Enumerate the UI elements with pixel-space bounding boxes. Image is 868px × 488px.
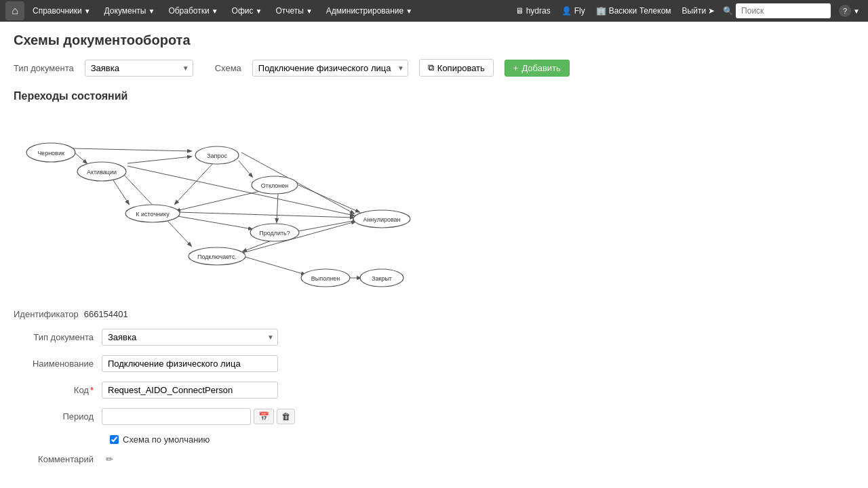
nav-item-ofis[interactable]: Офис ▼ xyxy=(226,0,268,22)
search-input[interactable] xyxy=(736,3,831,18)
page-content: Схемы документооборота Тип документа Зая… xyxy=(0,22,868,485)
copy-icon: ⧉ xyxy=(428,62,434,73)
default-schema-row: Схема по умолчанию xyxy=(14,434,854,445)
fly-label: Fly xyxy=(574,6,585,16)
company-link[interactable]: 🏢 Васюки Телеком xyxy=(593,6,674,16)
svg-text:Подключаетс.: Подключаетс. xyxy=(197,253,237,260)
home-button[interactable]: ⌂ xyxy=(5,1,24,20)
state-graph: Черновик Активации Запрос Отклонен К ист… xyxy=(14,110,434,296)
user-icon: 👤 xyxy=(561,6,572,16)
svg-line-10 xyxy=(298,185,359,212)
form-code-input[interactable] xyxy=(102,382,278,399)
graph-svg: Черновик Активации Запрос Отклонен К ист… xyxy=(14,110,434,293)
nav-label-administrirovanie: Администрирование xyxy=(326,6,403,16)
nav-item-spravochniki[interactable]: Справочники ▼ xyxy=(27,0,96,22)
hydras-link[interactable]: 🖥 hydras xyxy=(513,6,553,16)
svg-text:Выполнен: Выполнен xyxy=(311,275,340,282)
doc-type-label: Тип документа xyxy=(14,63,74,73)
svg-line-13 xyxy=(178,212,354,218)
nav-label-obrabotki: Обработки xyxy=(168,6,209,16)
exit-button[interactable]: Выйти ➤ xyxy=(679,6,718,16)
help-button[interactable]: ? ▼ xyxy=(836,5,863,17)
nav-label-dokumenty: Документы xyxy=(104,6,146,16)
chevron-down-icon: ▼ xyxy=(148,7,155,15)
id-value: 666154401 xyxy=(84,309,128,319)
schema-select-wrap: Подключение физического лица ▼ xyxy=(252,60,408,77)
form-period-row: Период 📅 🗑 xyxy=(14,408,854,425)
exit-label: Выйти xyxy=(682,6,707,16)
svg-text:Черновик: Черновик xyxy=(37,150,64,157)
svg-text:Отклонен: Отклонен xyxy=(261,182,288,189)
default-schema-checkbox[interactable] xyxy=(110,435,119,444)
form-name-input[interactable] xyxy=(102,355,278,372)
form-name-row: Наименование xyxy=(14,355,854,372)
transitions-title: Переходы состояний xyxy=(14,90,854,102)
company-icon: 🏢 xyxy=(596,6,606,16)
clear-date-button[interactable]: 🗑 xyxy=(277,409,295,424)
comment-row: Комментарий ✏ xyxy=(14,454,854,464)
svg-line-12 xyxy=(178,216,252,229)
form-doc-type-row: Тип документа Заявка ▼ xyxy=(14,329,854,346)
svg-line-3 xyxy=(112,178,129,204)
search-icon: 🔍 xyxy=(723,6,733,16)
svg-line-2 xyxy=(127,157,191,163)
svg-line-8 xyxy=(175,162,214,204)
svg-text:Закрыт: Закрыт xyxy=(372,275,392,282)
chevron-down-icon: ▼ xyxy=(853,7,860,15)
schema-label: Схема xyxy=(215,63,241,73)
add-label: Добавить xyxy=(521,63,560,73)
calendar-button[interactable]: 📅 xyxy=(254,409,274,424)
exit-icon: ➤ xyxy=(708,6,715,16)
chevron-down-icon: ▼ xyxy=(256,7,262,15)
nav-item-obrabotki[interactable]: Обработки ▼ xyxy=(163,0,223,22)
copy-label: Копировать xyxy=(437,63,485,73)
user-group: 🖥 hydras 👤 Fly 🏢 Васюки Телеком Выйти ➤ … xyxy=(513,3,863,18)
svg-line-9 xyxy=(176,190,263,211)
nav-item-dokumenty[interactable]: Документы ▼ xyxy=(99,0,161,22)
svg-text:К источнику: К источнику xyxy=(136,211,170,218)
fly-link[interactable]: 👤 Fly xyxy=(559,6,588,16)
id-row: Идентификатор 666154401 xyxy=(14,309,854,319)
nav-item-otchety[interactable]: Отчеты ▼ xyxy=(270,0,317,22)
chevron-down-icon: ▼ xyxy=(306,7,313,15)
form-doc-type-select-wrap: Заявка ▼ xyxy=(102,329,278,346)
form-section: Идентификатор 666154401 Тип документа За… xyxy=(14,309,854,464)
form-doc-type-select[interactable]: Заявка xyxy=(102,329,278,346)
svg-line-16 xyxy=(243,256,305,274)
form-doc-type-label: Тип документа xyxy=(14,332,102,342)
home-icon: ⌂ xyxy=(12,5,18,17)
add-button[interactable]: + Добавить xyxy=(505,60,570,77)
svg-line-0 xyxy=(75,152,87,163)
form-code-row: Код xyxy=(14,382,854,399)
company-label: Васюки Телеком xyxy=(609,6,671,16)
page-title: Схемы документооборота xyxy=(14,33,854,48)
form-code-label: Код xyxy=(14,385,102,395)
svg-text:Активации: Активации xyxy=(87,169,117,176)
chevron-down-icon: ▼ xyxy=(212,7,218,15)
svg-text:Аннулирован: Аннулирован xyxy=(363,216,400,223)
svg-line-6 xyxy=(239,161,252,177)
toolbar: Тип документа Заявка ▼ Схема Подключение… xyxy=(14,59,854,77)
server-icon: 🖥 xyxy=(515,6,524,16)
nav-item-administrirovanie[interactable]: Администрирование ▼ xyxy=(321,0,418,22)
edit-comment-button[interactable]: ✏ xyxy=(106,454,113,464)
help-label: ? xyxy=(839,5,851,17)
form-period-input[interactable] xyxy=(102,408,251,425)
copy-button[interactable]: ⧉ Копировать xyxy=(419,59,494,77)
svg-text:Запрос: Запрос xyxy=(207,152,227,159)
schema-select[interactable]: Подключение физического лица xyxy=(252,60,408,77)
form-period-wrap: 📅 🗑 xyxy=(102,408,295,425)
comment-label: Комментарий xyxy=(14,454,102,464)
svg-line-11 xyxy=(277,193,278,222)
svg-line-1 xyxy=(73,148,191,151)
plus-icon: + xyxy=(513,63,519,73)
nav-label-ofis: Офис xyxy=(232,6,254,16)
form-name-label: Наименование xyxy=(14,359,102,369)
doc-type-select-wrap: Заявка ▼ xyxy=(85,60,193,77)
doc-type-select[interactable]: Заявка xyxy=(85,60,193,77)
calendar-icon: 📅 xyxy=(258,411,269,422)
svg-text:Продлить?: Продлить? xyxy=(259,230,290,237)
form-period-label: Период xyxy=(14,411,102,422)
default-schema-label: Схема по умолчанию xyxy=(123,434,210,445)
chevron-down-icon: ▼ xyxy=(84,7,91,15)
